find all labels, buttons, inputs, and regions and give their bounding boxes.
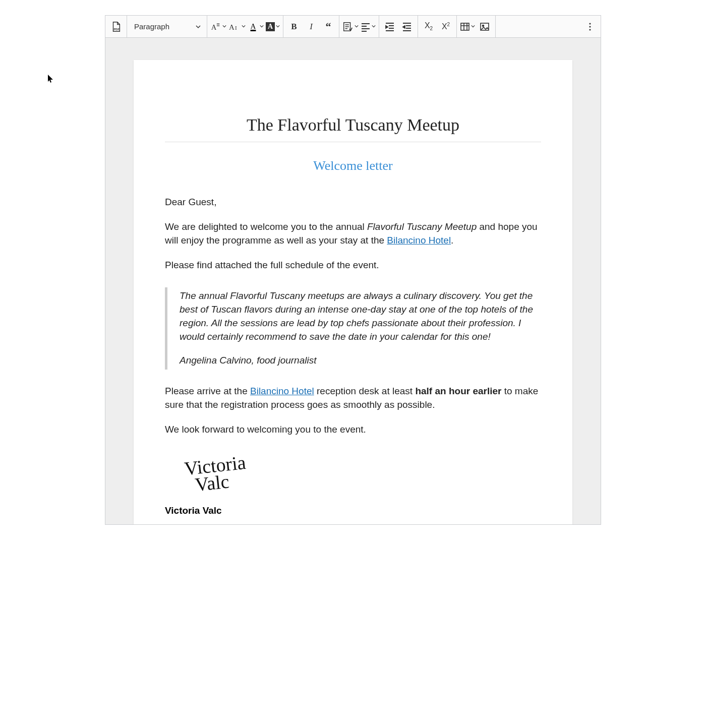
svg-text:I: I bbox=[235, 25, 237, 31]
bold-run[interactable]: half an hour earlier bbox=[415, 386, 501, 396]
paragraph-3[interactable]: Please arrive at the Bilancino Hotel rec… bbox=[165, 385, 541, 412]
text-run[interactable]: We are delighted to welcome you to the a… bbox=[165, 221, 367, 232]
toolbar-group-font: A A I A A bbox=[207, 16, 283, 37]
outdent-icon bbox=[402, 22, 412, 32]
superscript-button[interactable]: X2 bbox=[437, 18, 454, 35]
signature-line-2: Valc bbox=[194, 470, 230, 495]
superscript-icon: X2 bbox=[442, 22, 450, 31]
document-title[interactable]: The Flavorful Tuscany Meetup bbox=[165, 115, 541, 135]
alignment-dropdown[interactable] bbox=[360, 18, 377, 35]
indent-icon bbox=[385, 22, 395, 32]
svg-text:A: A bbox=[211, 23, 217, 31]
pdf-icon: PDF bbox=[110, 21, 122, 32]
blockquote-button[interactable]: “ bbox=[320, 18, 337, 35]
export-pdf-button[interactable]: PDF bbox=[107, 18, 125, 35]
style-icon bbox=[342, 21, 354, 32]
chevron-down-icon bbox=[276, 24, 280, 29]
svg-rect-5 bbox=[461, 23, 469, 30]
more-button[interactable] bbox=[581, 18, 599, 35]
greeting-paragraph[interactable]: Dear Guest, bbox=[165, 196, 541, 209]
toolbar-spacer bbox=[496, 16, 579, 37]
text-run[interactable]: reception desk at least bbox=[314, 386, 416, 396]
quote-icon: “ bbox=[326, 24, 331, 29]
indent-button[interactable] bbox=[381, 18, 398, 35]
font-size-icon: A bbox=[210, 21, 221, 32]
table-dropdown[interactable] bbox=[459, 18, 476, 35]
editor-canvas[interactable]: The Flavorful Tuscany Meetup Welcome let… bbox=[105, 38, 601, 524]
font-color-icon: A bbox=[251, 22, 256, 31]
background-color-icon: A bbox=[266, 22, 275, 31]
style-dropdown[interactable] bbox=[341, 18, 360, 35]
toolbar-group-align bbox=[339, 16, 379, 37]
editor: PDF Paragraph A A bbox=[105, 15, 601, 525]
paragraph-1[interactable]: We are delighted to welcome you to the a… bbox=[165, 220, 541, 248]
chevron-down-icon bbox=[196, 24, 201, 29]
align-icon bbox=[361, 22, 371, 32]
font-family-dropdown[interactable]: A I bbox=[227, 18, 247, 35]
font-size-dropdown[interactable]: A bbox=[209, 18, 227, 35]
chevron-down-icon bbox=[372, 24, 376, 29]
subscript-icon: X2 bbox=[425, 21, 433, 31]
chevron-down-icon bbox=[355, 24, 359, 29]
svg-text:A: A bbox=[229, 23, 234, 31]
toolbar-group-script: X2 X2 bbox=[418, 16, 457, 37]
paragraph-4[interactable]: We look forward to welcoming you to the … bbox=[165, 423, 541, 437]
font-color-dropdown[interactable]: A bbox=[247, 18, 265, 35]
bold-icon: B bbox=[291, 22, 297, 32]
heading-dropdown[interactable]: Paragraph bbox=[129, 18, 205, 35]
mouse-cursor-icon bbox=[48, 75, 54, 84]
document-page[interactable]: The Flavorful Tuscany Meetup Welcome let… bbox=[134, 60, 572, 524]
toolbar-group-indent bbox=[379, 16, 418, 37]
toolbar-group-insert bbox=[457, 16, 496, 37]
italic-run[interactable]: Flavorful Tuscany Meetup bbox=[367, 221, 477, 232]
chevron-down-icon bbox=[242, 24, 246, 29]
bold-button[interactable]: B bbox=[285, 18, 303, 35]
toolbar-group-export: PDF bbox=[105, 16, 127, 37]
toolbar-group-heading: Paragraph bbox=[127, 16, 207, 37]
title-divider bbox=[165, 142, 541, 142]
hotel-link[interactable]: Bilancino Hotel bbox=[387, 235, 451, 246]
svg-point-8 bbox=[589, 23, 591, 24]
svg-text:PDF: PDF bbox=[113, 28, 120, 31]
subscript-button[interactable]: X2 bbox=[420, 18, 437, 35]
paragraph-2[interactable]: Please find attached the full schedule o… bbox=[165, 259, 541, 272]
document-subtitle[interactable]: Welcome letter bbox=[165, 158, 541, 173]
signatory-name[interactable]: Victoria Valc bbox=[165, 505, 541, 516]
toolbar-group-basic-styles: B I “ bbox=[283, 16, 339, 37]
svg-point-7 bbox=[483, 25, 484, 26]
hotel-link[interactable]: Bilancino Hotel bbox=[250, 386, 314, 396]
quote-body[interactable]: The annual Flavorful Tuscany meetups are… bbox=[180, 289, 541, 344]
toolbar-group-more bbox=[579, 16, 601, 37]
heading-dropdown-label: Paragraph bbox=[134, 22, 169, 31]
chevron-down-icon bbox=[471, 24, 475, 29]
more-vertical-icon bbox=[585, 22, 595, 31]
image-button[interactable] bbox=[476, 18, 493, 35]
outdent-button[interactable] bbox=[398, 18, 416, 35]
font-family-icon: A I bbox=[228, 21, 241, 32]
chevron-down-icon bbox=[260, 24, 264, 29]
table-icon bbox=[460, 22, 470, 32]
toolbar: PDF Paragraph A A bbox=[105, 16, 601, 38]
background-color-dropdown[interactable]: A bbox=[265, 18, 281, 35]
italic-button[interactable]: I bbox=[303, 18, 320, 35]
signature-image[interactable]: Victoria Valc bbox=[184, 453, 249, 494]
text-run[interactable]: Please arrive at the bbox=[165, 386, 250, 396]
chevron-down-icon bbox=[222, 24, 226, 29]
text-run[interactable]: . bbox=[451, 235, 453, 246]
image-icon bbox=[480, 22, 490, 32]
italic-icon: I bbox=[310, 22, 313, 32]
quote-author[interactable]: Angelina Calvino, food journalist bbox=[180, 354, 541, 368]
blockquote[interactable]: The annual Flavorful Tuscany meetups are… bbox=[165, 287, 541, 370]
svg-point-10 bbox=[589, 29, 591, 30]
svg-point-9 bbox=[589, 26, 591, 27]
